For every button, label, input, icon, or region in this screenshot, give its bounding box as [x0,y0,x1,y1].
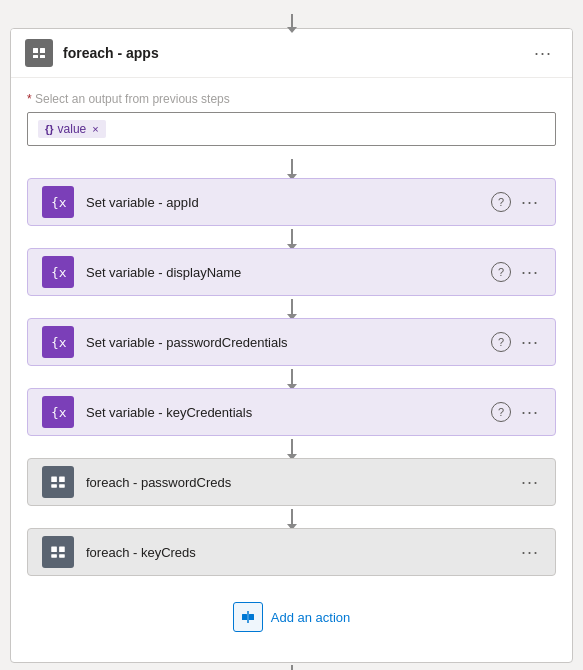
card-header-title: foreach - apps [63,45,528,61]
action-title-1: Set variable - displayName [86,265,491,280]
svg-rect-15 [59,554,65,557]
add-action-button[interactable]: Add an action [215,594,369,640]
output-input[interactable]: {} value × [27,112,556,146]
svg-text:{x}: {x} [51,335,67,350]
help-button-1[interactable]: ? [491,262,511,282]
top-connector [10,10,573,28]
token-value: value [58,122,87,136]
svg-rect-2 [33,55,38,58]
action-card-set-displayname[interactable]: {x} Set variable - displayName ? ··· [27,248,556,296]
svg-text:{x}: {x} [51,265,67,280]
add-action-area: Add an action [27,584,556,646]
svg-rect-17 [249,614,254,620]
add-action-icon [233,602,263,632]
set-variable-icon-1: {x} [42,256,74,288]
more-button-0[interactable]: ··· [519,190,541,215]
bottom-connector [10,665,573,670]
svg-rect-0 [33,48,38,53]
svg-text:{x}: {x} [51,405,67,420]
output-label: * Select an output from previous steps [27,92,556,106]
token-icon: {} [45,123,54,135]
output-label-text: Select an output from previous steps [35,92,230,106]
connector-4 [27,436,556,458]
action-card-foreach-keycreds[interactable]: foreach - keyCreds ··· [27,528,556,576]
foreach-apps-card: foreach - apps ··· * Select an output fr… [10,28,573,663]
svg-rect-9 [59,476,65,482]
connector-line-0 [291,159,293,175]
foreach-icon-4 [42,466,74,498]
svg-rect-1 [40,48,45,53]
svg-rect-14 [51,554,57,557]
action-title-5: foreach - keyCreds [86,545,519,560]
card-header: foreach - apps ··· [11,29,572,78]
output-token: {} value × [38,120,106,138]
required-marker: * [27,92,32,106]
connector-line-4 [291,439,293,455]
connector-line-2 [291,299,293,315]
connector-line-5 [291,509,293,525]
svg-rect-3 [40,55,45,58]
svg-rect-13 [59,546,65,552]
set-variable-icon-3: {x} [42,396,74,428]
action-title-0: Set variable - appId [86,195,491,210]
action-card-foreach-passwordcreds[interactable]: foreach - passwordCreds ··· [27,458,556,506]
connector-0 [27,156,556,178]
svg-rect-12 [51,546,57,552]
connector-line-3 [291,369,293,385]
action-card-set-appid[interactable]: {x} Set variable - appId ? ··· [27,178,556,226]
bottom-arrow [291,665,293,670]
header-more-button[interactable]: ··· [528,41,558,66]
connector-1 [27,226,556,248]
add-action-label: Add an action [271,610,351,625]
svg-text:{x}: {x} [51,195,67,210]
connector-line-1 [291,229,293,245]
more-button-5[interactable]: ··· [519,540,541,565]
card-body: * Select an output from previous steps {… [11,78,572,662]
foreach-icon [25,39,53,67]
connector-5 [27,506,556,528]
more-button-1[interactable]: ··· [519,260,541,285]
set-variable-icon-0: {x} [42,186,74,218]
foreach-icon-5 [42,536,74,568]
action-card-set-passwordcredentials[interactable]: {x} Set variable - passwordCredentials ?… [27,318,556,366]
svg-rect-16 [242,614,247,620]
top-arrow [291,14,293,28]
canvas: foreach - apps ··· * Select an output fr… [10,10,573,670]
help-button-3[interactable]: ? [491,402,511,422]
actions-section: {x} Set variable - appId ? ··· {x} [27,156,556,646]
action-title-4: foreach - passwordCreds [86,475,519,490]
more-button-2[interactable]: ··· [519,330,541,355]
help-button-0[interactable]: ? [491,192,511,212]
svg-rect-10 [51,484,57,487]
action-card-set-keycredentials[interactable]: {x} Set variable - keyCredentials ? ··· [27,388,556,436]
connector-3 [27,366,556,388]
svg-rect-11 [59,484,65,487]
svg-rect-8 [51,476,57,482]
connector-2 [27,296,556,318]
set-variable-icon-2: {x} [42,326,74,358]
token-close-button[interactable]: × [92,123,98,135]
more-button-4[interactable]: ··· [519,470,541,495]
action-title-3: Set variable - keyCredentials [86,405,491,420]
help-button-2[interactable]: ? [491,332,511,352]
action-title-2: Set variable - passwordCredentials [86,335,491,350]
more-button-3[interactable]: ··· [519,400,541,425]
